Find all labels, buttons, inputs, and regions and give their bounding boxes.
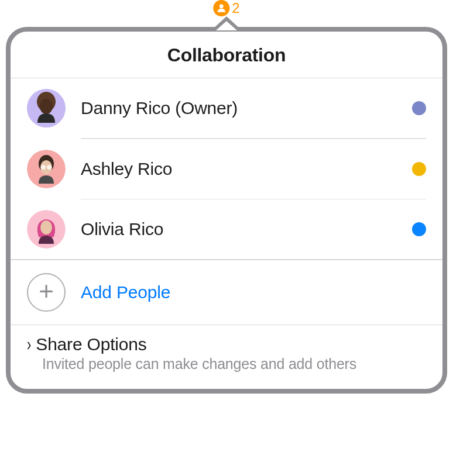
- popover-body: Collaboration Danny Rico (Owner): [6, 27, 447, 394]
- badge-count: 2: [232, 0, 239, 16]
- status-dot: [412, 101, 426, 115]
- participant-row[interactable]: Ashley Rico: [11, 139, 442, 199]
- svg-point-8: [47, 165, 52, 170]
- avatar: [27, 89, 66, 127]
- add-people-label: Add People: [81, 282, 170, 302]
- svg-point-7: [41, 165, 46, 170]
- status-dot: [412, 222, 426, 236]
- plus-icon: +: [27, 273, 66, 312]
- collaboration-popover: Collaboration Danny Rico (Owner): [6, 16, 447, 383]
- person-icon: [213, 0, 229, 16]
- chevron-right-icon: ›: [27, 334, 31, 355]
- svg-point-3: [40, 99, 53, 114]
- popover-arrow-inner: [216, 21, 237, 30]
- participant-name: Ashley Rico: [81, 159, 412, 179]
- participant-row[interactable]: Danny Rico (Owner): [11, 78, 442, 138]
- share-options-button[interactable]: › Share Options Invited people can make …: [11, 325, 442, 389]
- svg-point-0: [219, 4, 224, 8]
- share-options-subtitle: Invited people can make changes and add …: [42, 356, 426, 372]
- collaboration-badge[interactable]: 2: [213, 0, 239, 16]
- avatar: [27, 150, 66, 188]
- avatar: [27, 210, 66, 249]
- share-options-header: › Share Options: [27, 334, 426, 354]
- status-dot: [412, 162, 426, 176]
- participant-row[interactable]: Olivia Rico: [11, 199, 442, 259]
- participants-list: Danny Rico (Owner) Ashley Rico: [11, 78, 442, 259]
- participant-name: Danny Rico (Owner): [81, 98, 412, 118]
- share-options-title: Share Options: [36, 334, 146, 354]
- participant-name: Olivia Rico: [81, 219, 412, 239]
- popover-header: Collaboration: [11, 32, 442, 78]
- popover-title: Collaboration: [11, 44, 442, 66]
- add-people-button[interactable]: + Add People: [11, 260, 442, 325]
- svg-point-10: [40, 220, 52, 234]
